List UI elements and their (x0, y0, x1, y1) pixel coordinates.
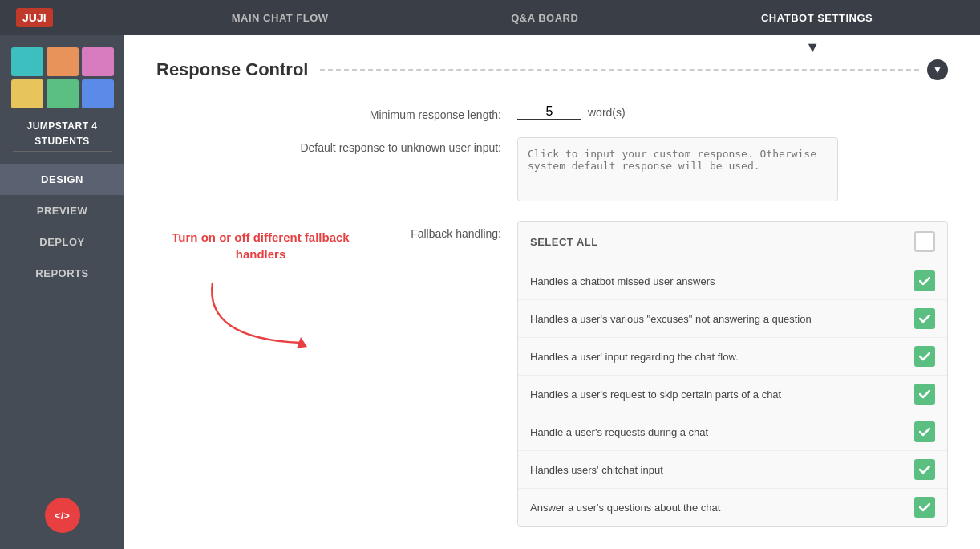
default-response-label: Default response to unknown user input: (156, 137, 517, 154)
custom-response-textarea[interactable] (517, 137, 838, 201)
fallback-item-1: Handles a user's various "excuses" not a… (518, 300, 947, 338)
fallback-checkbox-5[interactable] (914, 459, 935, 480)
avatar-grid (11, 47, 114, 108)
fallback-item-2: Handles a user' input regarding the chat… (518, 338, 947, 376)
fallback-checkboxes-panel: SELECT ALL Handles a chatbot missed user… (517, 221, 948, 527)
top-dropdown-arrow[interactable]: ▼ (805, 39, 820, 56)
sidebar-item-design[interactable]: DESIGN (0, 164, 124, 195)
project-name-line1: JUMPSTART 4 (27, 120, 98, 132)
project-divider (13, 151, 112, 152)
fallback-checkbox-1[interactable] (914, 308, 935, 329)
project-name-line2: STUDENTS (34, 136, 90, 147)
min-response-label: Minimum response length: (156, 104, 517, 121)
fallback-item-label-5: Handles users' chitchat input (530, 464, 914, 476)
sidebar: JUMPSTART 4 STUDENTS DESIGN PREVIEW DEPL… (0, 35, 124, 549)
fallback-checkbox-6[interactable] (914, 497, 935, 518)
fallback-checkbox-2[interactable] (914, 346, 935, 367)
nav-chatbot-settings[interactable]: CHATBOT SETTINGS (761, 12, 873, 24)
logo[interactable]: JUJI (16, 8, 53, 27)
avatar-3 (82, 47, 114, 76)
default-response-control (517, 137, 948, 205)
fallback-item-label-4: Handle a user's requests during a chat (530, 426, 914, 438)
main-layout: JUMPSTART 4 STUDENTS DESIGN PREVIEW DEPL… (0, 35, 980, 549)
annotation-arrow (188, 266, 333, 355)
min-response-row: Minimum response length: 5 word(s) (156, 104, 948, 121)
fallback-item-label-1: Handles a user's various "excuses" not a… (530, 313, 914, 325)
fallback-item-label-0: Handles a chatbot missed user answers (530, 275, 914, 287)
min-response-input[interactable]: 5 (517, 104, 581, 120)
nav-main-chat-flow[interactable]: MAIN CHAT FLOW (232, 12, 329, 24)
logo-area: JUJI (16, 8, 140, 27)
sidebar-item-deploy[interactable]: DEPLOY (0, 226, 124, 258)
section-divider (320, 69, 919, 71)
top-nav: JUJI MAIN CHAT FLOW Q&A BOARD CHATBOT SE… (0, 0, 980, 35)
nav-qa-board[interactable]: Q&A BOARD (511, 12, 578, 24)
default-response-row: Default response to unknown user input: (156, 137, 948, 205)
fallback-section: Turn on or off different fallback handle… (156, 221, 948, 527)
sidebar-item-reports[interactable]: REPORTS (0, 258, 124, 289)
fallback-item-label-6: Answer a user's questions about the chat (530, 502, 914, 514)
fallback-item-3: Handles a user's request to skip certain… (518, 376, 947, 413)
fallback-item-label-2: Handles a user' input regarding the chat… (530, 351, 914, 363)
fallback-item-6: Answer a user's questions about the chat (518, 489, 947, 526)
select-all-row: SELECT ALL (518, 222, 947, 262)
fallback-checkbox-0[interactable] (914, 270, 935, 291)
avatar-2 (47, 47, 79, 76)
sidebar-item-preview[interactable]: PREVIEW (0, 195, 124, 226)
section-title: Response Control (156, 59, 308, 80)
fallback-checkbox-4[interactable] (914, 421, 935, 442)
fallback-item-0: Handles a chatbot missed user answers (518, 262, 947, 300)
content-area: ▼ Response Control ▼ Minimum response le… (124, 35, 980, 549)
avatar-5 (47, 79, 79, 108)
sidebar-menu: DESIGN PREVIEW DEPLOY REPORTS (0, 164, 124, 289)
section-header: Response Control ▼ (156, 59, 948, 80)
annotation-text: Turn on or off different fallback handle… (156, 229, 365, 262)
avatar-4 (11, 79, 43, 108)
avatar-1 (11, 47, 43, 76)
fallback-annotation: Turn on or off different fallback handle… (156, 221, 381, 355)
select-all-label: SELECT ALL (530, 236, 598, 248)
fallback-item-4: Handle a user's requests during a chat (518, 413, 947, 451)
sidebar-bottom: </> (45, 498, 80, 533)
fallback-item-5: Handles users' chitchat input (518, 451, 947, 489)
collapse-button[interactable]: ▼ (927, 59, 948, 80)
avatar-6 (82, 79, 114, 108)
nav-links: MAIN CHAT FLOW Q&A BOARD CHATBOT SETTING… (140, 12, 964, 24)
fallback-label: Fallback handling: (381, 221, 517, 240)
min-response-unit: word(s) (588, 106, 626, 119)
min-response-control: 5 word(s) (517, 104, 948, 120)
fallback-item-label-3: Handles a user's request to skip certain… (530, 388, 914, 401)
code-button[interactable]: </> (45, 498, 80, 533)
select-all-checkbox[interactable] (914, 231, 935, 252)
fallback-checkbox-3[interactable] (914, 384, 935, 405)
